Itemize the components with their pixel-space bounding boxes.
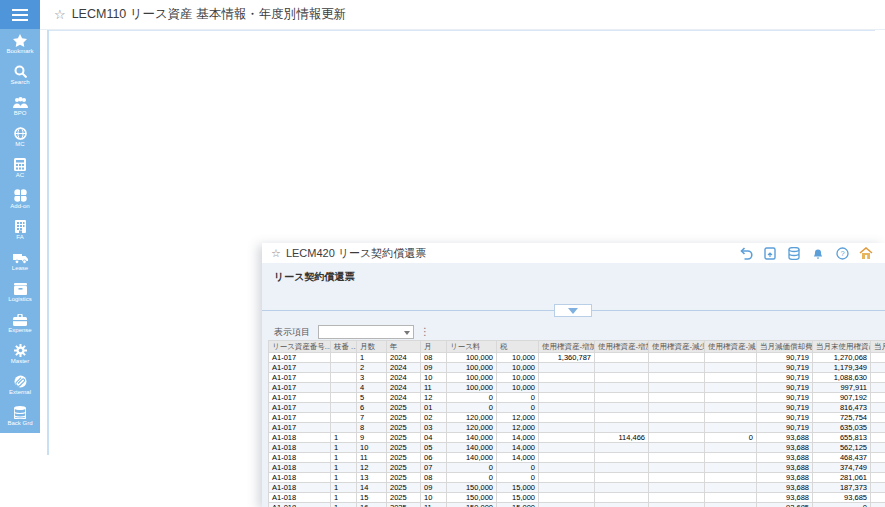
table-row[interactable]: A1-018114202509150,00015,00093,688187,37… bbox=[269, 483, 885, 493]
table-row[interactable]: A1-01819202504140,00014,000114,466093,68… bbox=[269, 433, 885, 443]
help-button[interactable]: ? bbox=[835, 246, 849, 260]
favorite-star-icon[interactable]: ☆ bbox=[271, 247, 281, 260]
cell: 1,088,630 bbox=[813, 373, 871, 383]
cell: 04 bbox=[421, 433, 447, 443]
table-row[interactable]: A1-01752024120090,719907,192 bbox=[269, 393, 885, 403]
cell bbox=[649, 493, 705, 503]
panel-accent-edge bbox=[47, 30, 49, 455]
cell bbox=[595, 493, 649, 503]
notifications-button[interactable] bbox=[811, 246, 825, 260]
cell: 8 bbox=[357, 423, 387, 433]
cell: 93,688 bbox=[757, 463, 813, 473]
cell bbox=[705, 423, 757, 433]
cell: 11 bbox=[421, 383, 447, 393]
sidebar-item-addon[interactable]: Add-on bbox=[0, 184, 40, 215]
cell bbox=[539, 493, 595, 503]
sidebar-item-lease[interactable]: Lease bbox=[0, 246, 40, 277]
table-row[interactable]: A1-0181132025080093,688281,061 bbox=[269, 473, 885, 483]
table-row[interactable]: A1-0171202408100,00010,0001,360,78790,71… bbox=[269, 353, 885, 363]
table-row[interactable]: A1-0174202411100,00010,00090,719997,911 bbox=[269, 383, 885, 393]
column-header: 使用権資産-減少 契約解... bbox=[649, 341, 705, 353]
table-row[interactable]: A1-018115202510150,00015,00093,68893,685 bbox=[269, 493, 885, 503]
cell bbox=[871, 473, 885, 483]
cell bbox=[649, 393, 705, 403]
cell: 1 bbox=[331, 483, 357, 493]
cell: 4 bbox=[357, 383, 387, 393]
table-row[interactable]: A1-0178202503120,00012,00090,719635,035 bbox=[269, 423, 885, 433]
box-icon bbox=[14, 283, 27, 295]
sidebar-item-bookmark[interactable]: Bookmark bbox=[0, 29, 40, 60]
cell: 93,685 bbox=[813, 493, 871, 503]
table-row[interactable]: A1-018116202511150,00015,00093,6850 bbox=[269, 503, 885, 507]
sidebar-item-bpo[interactable]: BPO bbox=[0, 91, 40, 122]
cell bbox=[705, 403, 757, 413]
cell: A1-017 bbox=[269, 353, 331, 363]
sidebar-item-master[interactable]: Master bbox=[0, 339, 40, 370]
cell: 374,749 bbox=[813, 463, 871, 473]
sidebar-item-expense[interactable]: Expense bbox=[0, 308, 40, 339]
cell: 816,473 bbox=[813, 403, 871, 413]
table-row[interactable]: A1-01762025010090,719816,473 bbox=[269, 403, 885, 413]
cell: 11 bbox=[357, 453, 387, 463]
collapse-panel-button[interactable] bbox=[554, 304, 592, 317]
cell: 1 bbox=[331, 473, 357, 483]
cell: 0 bbox=[447, 463, 497, 473]
undo-button[interactable] bbox=[739, 246, 753, 260]
database-icon bbox=[788, 247, 800, 260]
cell: 15,000 bbox=[497, 483, 539, 493]
cell: 2025 bbox=[387, 443, 421, 453]
data-store-button[interactable] bbox=[787, 246, 801, 260]
column-header: 使用権資産-増加 新規契... bbox=[539, 341, 595, 353]
cell: 468,437 bbox=[813, 453, 871, 463]
display-item-select[interactable] bbox=[318, 325, 414, 339]
cell bbox=[649, 403, 705, 413]
cell: 2024 bbox=[387, 373, 421, 383]
report-button[interactable] bbox=[763, 246, 777, 260]
table-row[interactable]: A1-0177202502120,00012,00090,719725,754 bbox=[269, 413, 885, 423]
column-header: 使用権資産-減少 事後... bbox=[705, 341, 757, 353]
sidebar-item-external[interactable]: External bbox=[0, 370, 40, 401]
cell: 635,035 bbox=[813, 423, 871, 433]
cell: 93,688 bbox=[757, 493, 813, 503]
cell: 140,000 bbox=[447, 453, 497, 463]
sidebar-item-backgrd[interactable]: Back Grd bbox=[0, 401, 40, 432]
cell bbox=[871, 393, 885, 403]
cell: 2025 bbox=[387, 483, 421, 493]
cell: 0 bbox=[447, 393, 497, 403]
column-header: リース料 bbox=[447, 341, 497, 353]
table-row[interactable]: A1-018111202506140,00014,00093,688468,43… bbox=[269, 453, 885, 463]
sidebar-item-logistics[interactable]: Logistics bbox=[0, 277, 40, 308]
cell bbox=[705, 443, 757, 453]
cell bbox=[871, 443, 885, 453]
cell bbox=[331, 413, 357, 423]
sidebar-item-mc[interactable]: MC bbox=[0, 122, 40, 153]
cell: 14,000 bbox=[497, 453, 539, 463]
cell: 725,754 bbox=[813, 413, 871, 423]
exit-button[interactable] bbox=[859, 246, 873, 260]
cell: 281,061 bbox=[813, 473, 871, 483]
cell bbox=[539, 483, 595, 493]
sidebar-item-search[interactable]: Search bbox=[0, 60, 40, 91]
column-settings-button[interactable]: ⋮ bbox=[420, 329, 430, 335]
cell: 93,688 bbox=[757, 453, 813, 463]
cell bbox=[595, 503, 649, 507]
column-header: 枝番 ... bbox=[331, 341, 357, 353]
column-header: 月数 bbox=[357, 341, 387, 353]
sidebar-item-fa[interactable]: FA bbox=[0, 215, 40, 246]
table-row[interactable]: A1-018110202505140,00014,00093,688562,12… bbox=[269, 443, 885, 453]
cell: 1 bbox=[331, 433, 357, 443]
favorite-star-icon[interactable]: ☆ bbox=[54, 7, 66, 22]
cell bbox=[705, 353, 757, 363]
table-row[interactable]: A1-0173202410100,00010,00090,7191,088,63… bbox=[269, 373, 885, 383]
cell bbox=[705, 473, 757, 483]
section-title: リース契約償還票 bbox=[274, 270, 354, 284]
cell bbox=[649, 373, 705, 383]
sidebar-item-ac[interactable]: AC bbox=[0, 153, 40, 184]
lecm420-titlebar: ☆ LECM420 リース契約償還票 ? bbox=[262, 243, 885, 263]
menu-button[interactable] bbox=[0, 0, 40, 29]
cell: 1,179,349 bbox=[813, 363, 871, 373]
table-row[interactable]: A1-0172202409100,00010,00090,7191,179,34… bbox=[269, 363, 885, 373]
table-row[interactable]: A1-0181122025070093,688374,749 bbox=[269, 463, 885, 473]
cell: A1-017 bbox=[269, 393, 331, 403]
page-titlebar: ☆ LECM110 リース資産 基本情報・年度別情報更新 bbox=[40, 0, 885, 30]
